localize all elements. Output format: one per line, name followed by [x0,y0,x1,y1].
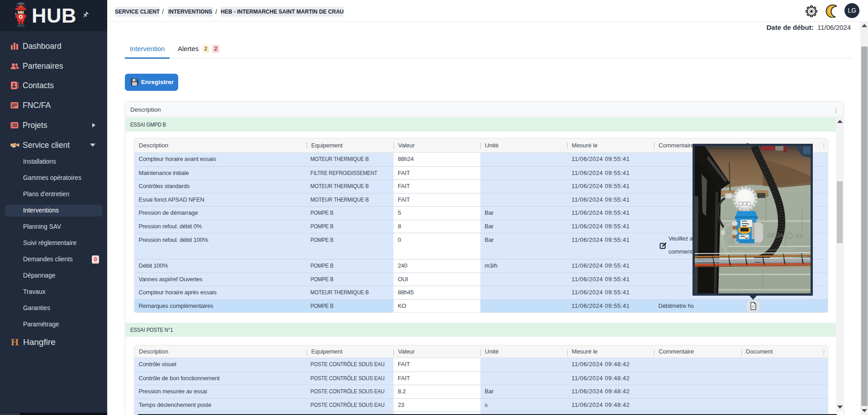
svg-text:GEDA: GEDA [767,232,783,239]
svg-text:/EB: /EB [795,233,803,238]
